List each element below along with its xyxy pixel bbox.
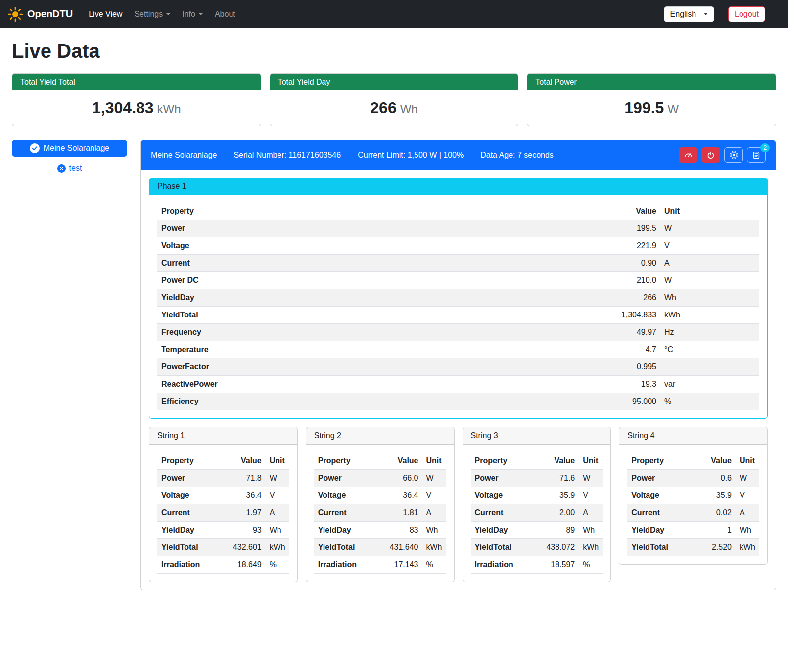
summary-value: 1,304.83 [92,99,154,117]
power-icon [707,151,715,159]
inverter-select-button[interactable]: Meine Solaranlage [12,140,127,157]
string-body: Property Value Unit Power 0.6 [619,445,767,564]
row-value: 4.7 [601,341,660,358]
row-unit: °C [660,341,759,358]
row-value: 438.072 [542,539,579,556]
app-brand[interactable]: OpenDTU [8,7,73,22]
row-value: 199.5 [601,220,660,237]
nav-info-label: Info [182,10,195,19]
language-select[interactable]: English [664,6,714,22]
inverter-card: Meine Solaranlage Serial Number: 1161716… [140,140,776,590]
summary-card-body: 199.5W [527,90,776,126]
table-row: Current 0.02 A [627,504,759,522]
string-title: String 3 [463,427,611,445]
top-navbar: OpenDTU Live View Settings Info About En… [0,0,788,28]
string-card-3: String 3 Property Value Unit [463,427,611,582]
row-value: 17.143 [386,556,422,574]
table-row: YieldTotal 432.601 kWh [157,539,289,556]
row-unit: V [422,487,446,504]
string-table-body: Power 0.6 W Voltage 35.9 V Current [627,470,759,556]
row-property: Power [157,470,229,487]
summary-unit: W [667,102,679,116]
row-property: Current [627,504,700,522]
gauge-icon [684,151,693,159]
table-row: Irradiation 17.143 % [314,556,446,574]
row-unit: V [266,487,289,504]
row-property: Voltage [157,237,601,255]
nav-about[interactable]: About [209,6,241,23]
row-value: 35.9 [542,487,579,504]
row-property: YieldTotal [157,307,601,324]
row-property: Power [314,470,386,487]
row-unit: kWh [266,539,289,556]
sun-logo-icon [8,7,23,22]
table-row: PowerFactor 0.995 [157,358,759,376]
language-value: English [670,10,696,19]
nav-live-view[interactable]: Live View [83,6,128,23]
row-unit: W [579,470,603,487]
string-title: String 1 [149,427,297,445]
row-property: YieldDay [627,522,700,539]
row-unit: A [660,255,759,272]
column-header-unit: Unit [660,203,759,220]
device-info-button[interactable] [724,147,743,163]
x-circle-icon [57,164,66,173]
table-row: ReactivePower 19.3 var [157,376,759,393]
table-row: Power 0.6 W [627,470,759,487]
row-property: Voltage [314,487,386,504]
table-header-row: Property Value Unit [314,452,446,470]
phase-panel: Phase 1 Property Value Unit [149,178,768,419]
row-property: PowerFactor [157,358,601,376]
nav-info[interactable]: Info [176,6,209,23]
navbar-right: English Logout [664,6,780,22]
phase-body: Property Value Unit Power 199.5 [149,195,767,418]
table-header-row: Property Value Unit [157,452,289,470]
table-row: YieldDay 83 Wh [314,522,446,539]
power-button[interactable] [701,147,720,163]
column-header-value: Value [542,452,579,470]
string-body: Property Value Unit Power 66.0 [306,445,454,582]
table-row: Voltage 35.9 V [627,487,759,504]
table-row: YieldDay 89 Wh [471,522,603,539]
column-header-property: Property [471,452,543,470]
row-property: Current [157,504,229,522]
string-table: Property Value Unit Power 0.6 [627,452,759,556]
logout-button[interactable]: Logout [728,6,765,22]
row-property: Power [627,470,700,487]
limit-settings-button[interactable] [679,147,697,163]
table-row: Power 66.0 W [314,470,446,487]
row-property: Power [471,470,543,487]
row-unit: % [266,556,289,574]
table-row: Voltage 36.4 V [157,487,289,504]
table-row: Frequency 49.97 Hz [157,324,759,341]
string-card-4: String 4 Property Value Unit [619,427,768,565]
nav-live-view-label: Live View [89,10,122,19]
row-property: Efficiency [157,393,601,410]
row-value: 432.601 [229,539,266,556]
row-value: 83 [386,522,422,539]
inverter-item-test[interactable]: test [12,164,127,173]
nav-settings[interactable]: Settings [128,6,176,23]
row-value: 18.649 [229,556,266,574]
journal-icon [752,151,760,159]
table-row: Current 1.97 A [157,504,289,522]
inverter-sidebar: Meine Solaranlage test [12,140,127,173]
row-property: YieldDay [314,522,386,539]
main-nav: Live View Settings Info About [83,6,663,23]
summary-card-body: 266Wh [270,90,518,126]
phase-title: Phase 1 [149,178,767,195]
row-unit: A [422,504,446,522]
column-header-property: Property [157,452,229,470]
check-circle-icon [30,143,40,153]
summary-cards-row: Total Yield Total 1,304.83kWh Total Yiel… [12,73,776,126]
row-value: 1.81 [386,504,422,522]
row-unit: Wh [736,522,759,539]
event-log-button[interactable]: 2 [747,147,766,163]
row-value: 221.9 [601,237,660,255]
string-card-1: String 1 Property Value Unit [149,427,298,582]
row-property: Irradiation [314,556,386,574]
table-header-row: Property Value Unit [627,452,759,470]
row-unit: A [266,504,289,522]
string-table-body: Power 71.6 W Voltage 35.9 V Current [471,470,603,574]
inverter-item-label: Meine Solaranlage [44,144,109,153]
